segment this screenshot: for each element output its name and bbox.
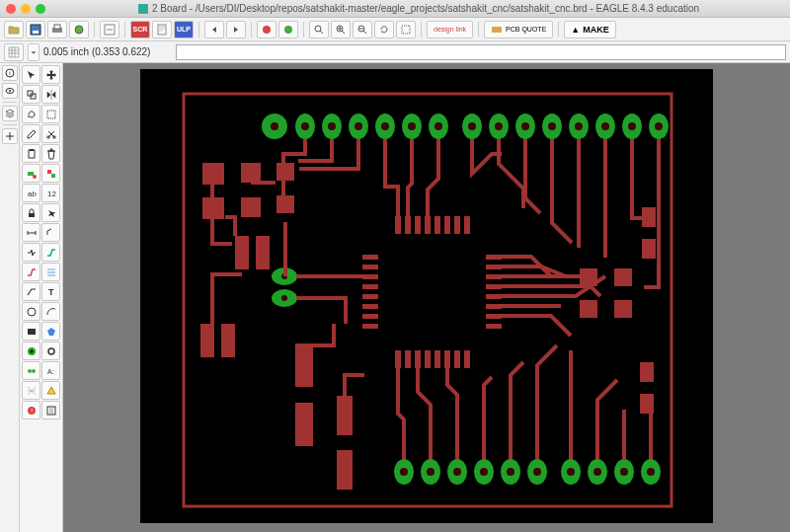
- cut-tool[interactable]: [41, 124, 60, 143]
- svg-point-90: [593, 468, 601, 476]
- svg-point-26: [33, 175, 37, 179]
- save-button[interactable]: [26, 21, 45, 38]
- ripup-tool[interactable]: [22, 263, 40, 281]
- zoom-fit-button[interactable]: [309, 21, 329, 38]
- svg-rect-27: [47, 170, 51, 174]
- eye-icon[interactable]: [2, 83, 18, 99]
- hole-tool[interactable]: [41, 342, 60, 360]
- via-tool[interactable]: [22, 342, 40, 360]
- svg-rect-119: [640, 362, 654, 382]
- svg-rect-140: [362, 284, 378, 289]
- print-button[interactable]: [47, 21, 67, 38]
- svg-rect-142: [362, 304, 378, 309]
- ratsnest-tool[interactable]: [22, 381, 40, 400]
- grid-dropdown[interactable]: [28, 43, 40, 61]
- copy-tool[interactable]: [22, 85, 40, 104]
- pcb-board[interactable]: [140, 69, 713, 523]
- workspace: i ab 12 T A:: [0, 63, 790, 532]
- zoom-out-button[interactable]: [353, 21, 372, 38]
- lock-tool[interactable]: [22, 203, 40, 222]
- svg-rect-152: [486, 324, 502, 329]
- tool-palette: ab 12 T A: !: [20, 63, 63, 532]
- stop-button[interactable]: [257, 21, 276, 38]
- group-tool[interactable]: [41, 105, 60, 123]
- value-tool[interactable]: 12: [41, 184, 60, 202]
- svg-point-72: [628, 122, 636, 130]
- svg-rect-138: [362, 265, 378, 269]
- command-input[interactable]: [176, 44, 786, 60]
- design-rules-tool[interactable]: [41, 401, 60, 419]
- arc-tool[interactable]: [41, 302, 60, 321]
- rect-tool[interactable]: [22, 322, 40, 341]
- text-doc-button[interactable]: [152, 21, 172, 38]
- text-tool[interactable]: T: [41, 282, 60, 301]
- dimension-tool[interactable]: [22, 223, 40, 242]
- delete-tool[interactable]: [41, 144, 60, 163]
- zoom-selection-button[interactable]: [396, 21, 416, 38]
- info-icon[interactable]: i: [2, 65, 18, 81]
- svg-rect-106: [221, 324, 235, 357]
- circle-tool[interactable]: [22, 302, 40, 321]
- mark-button[interactable]: [2, 128, 18, 144]
- select-tool[interactable]: [22, 65, 40, 84]
- window-title: 2 Board - /Users/DI/Desktop/repos/satsha…: [53, 3, 784, 14]
- rotate-tool[interactable]: [22, 105, 40, 123]
- svg-point-78: [427, 468, 434, 476]
- redo-button[interactable]: [226, 21, 246, 38]
- svg-rect-114: [580, 300, 597, 318]
- signal-tool[interactable]: [22, 361, 40, 380]
- add-tool[interactable]: [22, 164, 40, 183]
- zoom-redraw-button[interactable]: [374, 21, 394, 38]
- svg-rect-13: [492, 27, 502, 33]
- svg-rect-134: [444, 350, 450, 368]
- move-tool[interactable]: [41, 65, 60, 84]
- make-button[interactable]: ▲MAKE: [564, 21, 615, 38]
- svg-point-54: [381, 122, 389, 130]
- grid-settings-button[interactable]: [4, 43, 24, 61]
- svg-rect-6: [158, 25, 166, 35]
- errors-tool[interactable]: !: [22, 401, 40, 419]
- autoroute-tool[interactable]: [41, 263, 60, 281]
- ulp-button[interactable]: ULP: [174, 21, 194, 38]
- pcb-quote-button[interactable]: PCB QUOTE: [484, 21, 553, 38]
- canvas-area[interactable]: [63, 63, 790, 532]
- layers-button[interactable]: [2, 106, 18, 121]
- top-pad-row: [262, 114, 669, 139]
- route-tool[interactable]: [41, 243, 60, 262]
- svg-point-48: [301, 122, 309, 130]
- zoom-in-button[interactable]: [331, 21, 351, 38]
- maximize-button[interactable]: [36, 4, 45, 14]
- go-button[interactable]: [278, 21, 298, 38]
- miter-tool[interactable]: [41, 223, 60, 242]
- svg-rect-103: [235, 236, 249, 269]
- attribute-tool[interactable]: A:: [41, 361, 60, 380]
- svg-rect-104: [256, 236, 270, 269]
- svg-rect-145: [486, 255, 502, 260]
- svg-point-58: [434, 122, 442, 130]
- design-link-button[interactable]: design link: [427, 21, 473, 38]
- svg-point-68: [575, 122, 583, 130]
- split-tool[interactable]: [22, 243, 40, 262]
- cam-button[interactable]: [69, 21, 89, 38]
- wire-tool[interactable]: [22, 282, 40, 301]
- svg-rect-31: [29, 213, 35, 217]
- svg-rect-128: [464, 216, 470, 234]
- svg-point-8: [284, 26, 292, 34]
- undo-button[interactable]: [204, 21, 224, 38]
- scr-button[interactable]: SCR: [130, 21, 150, 38]
- open-button[interactable]: [4, 21, 24, 38]
- svg-rect-131: [415, 350, 421, 368]
- drc-tool[interactable]: [41, 381, 60, 400]
- change-tool[interactable]: [22, 124, 40, 143]
- svg-rect-1: [33, 31, 39, 34]
- mirror-tool[interactable]: [41, 85, 60, 104]
- smash-tool[interactable]: [41, 203, 60, 222]
- minimize-button[interactable]: [21, 4, 31, 14]
- polygon-tool[interactable]: [41, 322, 60, 341]
- schematic-button[interactable]: [100, 21, 119, 38]
- replace-tool[interactable]: [41, 164, 60, 183]
- close-button[interactable]: [6, 4, 16, 14]
- svg-rect-117: [642, 207, 656, 227]
- paste-tool[interactable]: [22, 144, 40, 163]
- name-tool[interactable]: ab: [22, 184, 40, 202]
